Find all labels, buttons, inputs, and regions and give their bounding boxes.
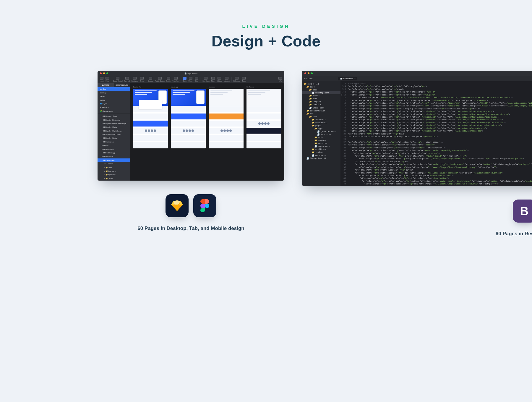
tree-node[interactable]: services: [302, 103, 340, 106]
tree-node[interactable]: company: [302, 100, 340, 103]
layer-item[interactable]: ▾ 🖥 Conference: [98, 158, 130, 162]
layer-item[interactable]: ▸ 🖥 Desktop App: [98, 151, 130, 155]
tool-forward[interactable]: Forward: [124, 77, 130, 82]
layer-item[interactable]: ▸ 📁 Quote: [98, 177, 130, 180]
tree-node[interactable]: main.scss: [302, 154, 340, 157]
figma-icon: [193, 194, 216, 217]
artboard-conference[interactable]: Conference: [246, 86, 281, 148]
tool-subtract[interactable]: Subtract: [217, 77, 222, 82]
tree-node[interactable]: company: [302, 139, 340, 142]
tool-data[interactable]: Data: [106, 77, 109, 82]
tool-transform[interactable]: Transform: [172, 77, 179, 82]
sketch-toolbar: InsertDataCreate SymbolForwardBackwardGr…: [98, 76, 284, 83]
tool-group[interactable]: Group: [140, 77, 144, 82]
layer-item[interactable]: ▸ 🖥 Sign in - Modal with Image: [98, 122, 130, 125]
tool-backward[interactable]: Backward: [132, 77, 138, 82]
tree-node[interactable]: desktop.html: [302, 91, 340, 94]
right-caption: 60 Pages in Responsive: [496, 231, 532, 237]
sketch-canvas[interactable]: Desktop AppMobile AppInsuranceConference: [130, 83, 284, 181]
page-mobile[interactable]: Mobile: [98, 98, 130, 102]
tree-node[interactable]: _desktop.scss: [302, 130, 340, 133]
tool-create-symbol[interactable]: Create Symbol: [111, 77, 123, 82]
layer-item[interactable]: ▸ 🖥 Contact us: [98, 140, 130, 144]
tree-node[interactable]: utilities: [302, 148, 340, 151]
tree-node[interactable]: services: [302, 142, 340, 145]
tool-difference[interactable]: Difference: [231, 77, 240, 82]
tool-intersect[interactable]: Intersect: [224, 77, 229, 82]
tree-node[interactable]: components: [302, 121, 340, 124]
sketch-filename: Ehya.sketch: [98, 72, 284, 74]
layer-item[interactable]: ▸ 📁 Hero: [98, 166, 130, 169]
tree-node[interactable]: Change Log.rtf: [302, 157, 340, 160]
bootstrap-icon: B: [513, 200, 532, 223]
layer-item[interactable]: ▸ 🖥 Sign In - Basic: [98, 136, 130, 140]
components-tab[interactable]: COMPONENTS: [114, 83, 130, 87]
tool-rotate[interactable]: Rotate: [166, 77, 171, 82]
tool-scale[interactable]: Scale: [181, 77, 187, 82]
layers-tab[interactable]: LAYERS: [98, 83, 114, 87]
page-tablet[interactable]: Tablet: [98, 95, 130, 98]
tree-node[interactable]: auth: [302, 136, 340, 139]
layer-item[interactable]: ▸ 📁 Speakers: [98, 173, 130, 176]
sketch-icon: [166, 194, 189, 217]
code-titlebar: [302, 71, 532, 76]
layer-item[interactable]: ▸ 🖥 Sign In - Right Cover: [98, 129, 130, 133]
tree-node[interactable]: vendors: [302, 151, 340, 154]
layer-item[interactable]: ▸ 🖥 Sign in - Illustration: [98, 118, 130, 122]
sketch-sidebar: LAYERS COMPONENTS LandingDesktopTabletMo…: [98, 83, 130, 181]
artboard-desktop-app[interactable]: Desktop App: [133, 86, 168, 148]
code-editor[interactable]: 1 2 3 4 5 6 7 8 9 10 11 12 13 14 15 16 1…: [340, 81, 532, 186]
tree-node[interactable]: pages.scss: [302, 145, 340, 148]
tree-node[interactable]: auth: [302, 97, 340, 100]
tree-node[interactable]: index.html: [302, 106, 340, 109]
code-window: FOLDERS desktop.html ehya-v.1.1distappsd…: [302, 71, 532, 186]
tool-slice[interactable]: Slice: [195, 77, 198, 82]
tool-mask[interactable]: Mask: [211, 77, 215, 82]
page-🧩 components[interactable]: 🧩 Components: [98, 109, 130, 113]
tree-node[interactable]: dist: [302, 85, 340, 88]
tool-ungroup[interactable]: Ungroup: [146, 77, 153, 82]
layer-item[interactable]: ▸ 📁 Sponsors: [98, 169, 130, 173]
left-caption: 60 Pages in Desktop, Tab, and Mobile des…: [137, 226, 244, 231]
tree-node[interactable]: assets: [302, 94, 340, 97]
tree-node[interactable]: pages: [302, 124, 340, 127]
tree-node[interactable]: scss: [302, 115, 340, 118]
sketch-window: Ehya.sketch InsertDataCreate SymbolForwa…: [98, 71, 284, 181]
window-zoom-icon[interactable]: [311, 72, 313, 74]
window-close-icon[interactable]: [304, 72, 306, 74]
page-🔷 styles[interactable]: 🔷 Styles: [98, 102, 130, 106]
layer-item[interactable]: ▸ 🖥 Mobile App: [98, 147, 130, 151]
artboard-mobile-app[interactable]: Mobile App: [171, 86, 206, 148]
layer-item[interactable]: ▸ 📁 Speakers: [98, 180, 130, 181]
tree-node[interactable]: ehya-v.1.1: [302, 82, 340, 85]
folders-label: FOLDERS: [302, 78, 315, 80]
file-tree[interactable]: ehya-v.1.1distappsdesktop.htmlassetsauth…: [302, 81, 340, 186]
tree-node[interactable]: apps: [302, 127, 340, 130]
tree-node[interactable]: documentation: [302, 109, 340, 112]
editor-tab[interactable]: desktop.html: [338, 77, 356, 80]
page-desktop[interactable]: Desktop: [98, 91, 130, 95]
tree-node[interactable]: apps: [302, 88, 340, 91]
page-title: Design + Code: [211, 32, 320, 50]
layer-item[interactable]: ▸ 🖥 Sign In - Left Cover: [98, 133, 130, 136]
zoom-level[interactable]: 19%: [278, 77, 282, 82]
tool-insert[interactable]: Insert: [100, 77, 104, 82]
tree-node[interactable]: abstracts: [302, 118, 340, 121]
window-minimize-icon[interactable]: [308, 72, 309, 74]
page-landing[interactable]: Landing: [98, 87, 130, 91]
tree-node[interactable]: src: [302, 112, 340, 115]
tool-hide-slices[interactable]: Hide Slices: [200, 77, 210, 82]
tool-zoom[interactable]: Zoom: [242, 77, 246, 82]
layer-item[interactable]: ▸ 🖥 Sign up - Basic: [98, 114, 130, 118]
layer-item[interactable]: ▸ 🖥 Insurance: [98, 155, 130, 158]
eyebrow: LIVE DESIGN: [242, 24, 290, 29]
tree-node[interactable]: apps.scss: [302, 133, 340, 136]
tool-rotate-copies[interactable]: Rotate Copies: [155, 77, 165, 82]
tool-flatten[interactable]: Flatten: [189, 77, 193, 82]
layer-item[interactable]: ▸ 🖥 Sign In - Modal: [98, 125, 130, 129]
page-↳ elements[interactable]: ↳ Elements: [98, 106, 130, 109]
artboard-insurance[interactable]: Insurance: [209, 86, 244, 148]
layer-item[interactable]: ▸ 🖥 Faq: [98, 144, 130, 147]
layer-item[interactable]: ▸ ♦ Header: [98, 162, 130, 166]
svg-point-0: [205, 204, 209, 208]
